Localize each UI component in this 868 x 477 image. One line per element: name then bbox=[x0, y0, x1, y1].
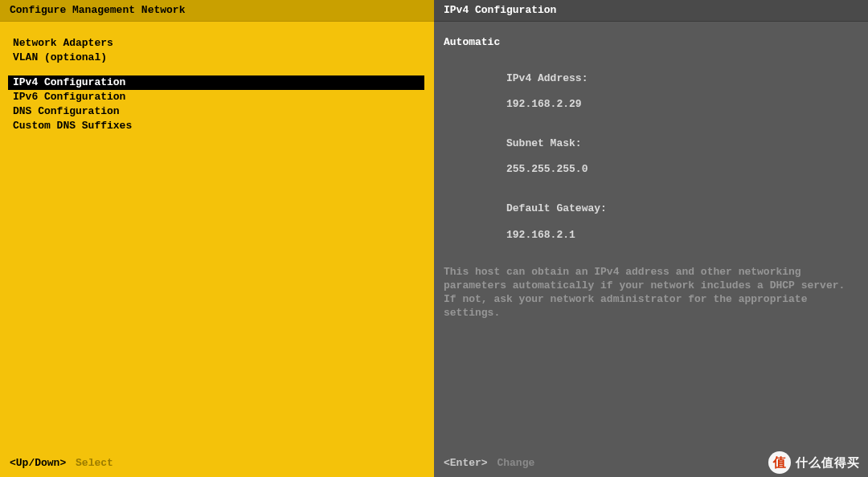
prop-default-gateway: Default Gateway: 192.168.2.1 bbox=[444, 190, 858, 255]
left-panel-title: Configure Management Network bbox=[0, 0, 434, 22]
menu-item-custom-dns-suffixes[interactable]: Custom DNS Suffixes bbox=[10, 119, 424, 133]
prop-value: 255.255.255.0 bbox=[506, 163, 588, 175]
left-footer: <Up/Down> Select bbox=[10, 457, 113, 469]
menu-item-ipv6-configuration[interactable]: IPv6 Configuration bbox=[10, 90, 424, 104]
menu-group: Network Adapters VLAN (optional) bbox=[10, 36, 424, 66]
prop-value: 192.168.2.29 bbox=[506, 98, 582, 110]
prop-label: Default Gateway: bbox=[506, 202, 607, 214]
footer-action-select: Select bbox=[76, 457, 113, 469]
right-footer: <Enter> Change bbox=[444, 457, 534, 469]
prop-subnet-mask: Subnet Mask: 255.255.255.0 bbox=[444, 124, 858, 190]
prop-label: Subnet Mask: bbox=[506, 137, 582, 149]
footer-key-enter: <Enter> bbox=[444, 457, 488, 469]
footer-key-updown: <Up/Down> bbox=[10, 457, 66, 469]
esxi-config-screen: Configure Management Network Network Ada… bbox=[0, 0, 868, 477]
menu-item-network-adapters[interactable]: Network Adapters bbox=[10, 36, 424, 51]
menu-list[interactable]: Network Adapters VLAN (optional) IPv4 Co… bbox=[0, 22, 434, 477]
detail-body: Automatic IPv4 Address: 192.168.2.29 Sub… bbox=[434, 22, 868, 477]
watermark: 值 什么值得买 bbox=[768, 451, 860, 474]
right-panel-title: IPv4 Configuration bbox=[434, 0, 868, 22]
menu-item-vlan[interactable]: VLAN (optional) bbox=[10, 51, 424, 65]
config-mode: Automatic bbox=[444, 36, 858, 49]
footer-action-change: Change bbox=[497, 457, 534, 469]
left-panel: Configure Management Network Network Ada… bbox=[0, 0, 434, 477]
right-panel: IPv4 Configuration Automatic IPv4 Addres… bbox=[434, 0, 868, 477]
prop-ipv4-address: IPv4 Address: 192.168.2.29 bbox=[444, 59, 858, 124]
prop-label: IPv4 Address: bbox=[506, 72, 588, 84]
network-properties: IPv4 Address: 192.168.2.29 Subnet Mask: … bbox=[444, 59, 858, 255]
help-text: This host can obtain an IPv4 address and… bbox=[444, 266, 854, 320]
menu-item-ipv4-configuration[interactable]: IPv4 Configuration bbox=[8, 75, 424, 90]
watermark-text: 什么值得买 bbox=[796, 455, 860, 471]
menu-group: IPv4 Configuration IPv6 Configuration DN… bbox=[10, 75, 424, 134]
prop-value: 192.168.2.1 bbox=[506, 229, 575, 241]
menu-item-dns-configuration[interactable]: DNS Configuration bbox=[10, 104, 424, 119]
watermark-badge-icon: 值 bbox=[768, 451, 791, 474]
